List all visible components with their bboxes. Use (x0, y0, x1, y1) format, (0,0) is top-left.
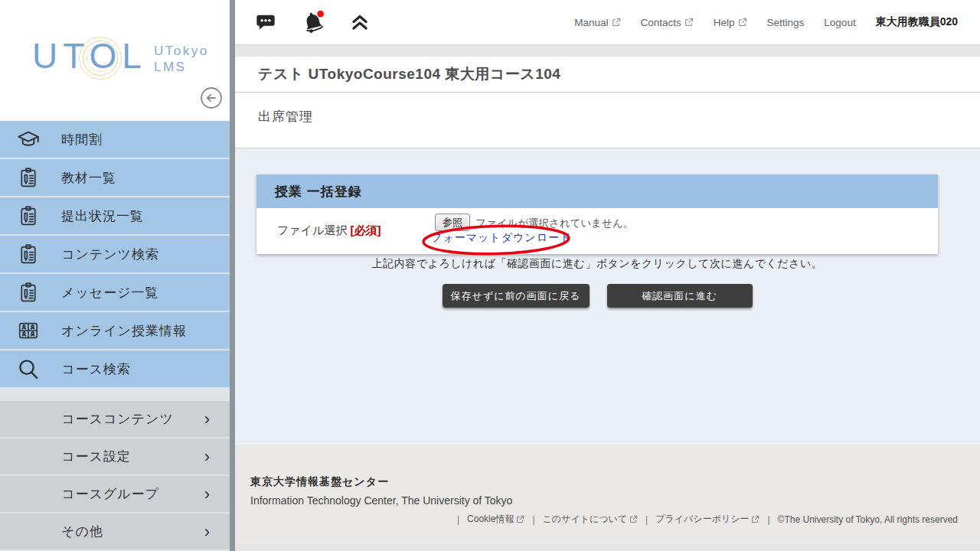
contacts-link[interactable]: Contacts (641, 17, 694, 28)
proceed-to-confirm-button[interactable]: 確認画面に進む (607, 284, 753, 308)
sidebar-item-label: コース検索 (61, 360, 131, 378)
sidebar-item-label: 提出状況一覧 (61, 207, 144, 225)
topbar: Manual Contacts Help (235, 0, 980, 45)
file-select-label: ファイル選択[必須] (277, 223, 381, 238)
section-title-band: 出席管理 (235, 93, 980, 148)
graduation-cap-icon (15, 126, 41, 152)
clipboard-icon (15, 203, 41, 229)
logo-area: UTOL UTokyo LMS (0, 0, 230, 121)
logout-link[interactable]: Logout (824, 17, 855, 28)
sidebar-item-submission-status[interactable]: 提出状況一覧 (0, 197, 230, 234)
utol-logo: UTOL (32, 35, 147, 77)
sidebar-item-label: その他 (61, 523, 204, 540)
file-browse-button[interactable]: 参照 (435, 214, 470, 231)
messages-icon[interactable] (255, 11, 276, 33)
sidebar-divider (230, 0, 235, 551)
sidebar-main-menu: 時間割 教材一覧 提出状況一覧 (0, 121, 230, 389)
back-without-save-button[interactable]: 保存せずに前の画面に戻る (443, 284, 590, 308)
chevron-right-icon: › (204, 486, 210, 503)
online-class-grid-icon (15, 318, 41, 344)
course-title-band: テスト UTokyoCourse104 東大用コース104 (235, 57, 980, 93)
sidebar-item-online-class-info[interactable]: オンライン授業情報 (0, 312, 230, 349)
sidebar-item-label: コースコンテンツ (61, 410, 204, 428)
sidebar-section-gap (0, 389, 230, 401)
sidebar-item-label: 時間割 (61, 131, 103, 148)
clipboard-icon (15, 241, 41, 267)
sidebar-item-materials[interactable]: 教材一覧 (0, 159, 230, 196)
sidebar-item-messages[interactable]: メッセージ一覧 (0, 274, 230, 311)
copyright-text: ©The University of Tokyo, All rights res… (778, 514, 958, 525)
confirm-instruction-text: 上記内容でよろしければ「確認画面に進む」ボタンをクリックして次に進んでください。 (256, 257, 938, 271)
required-badge: [必須] (350, 223, 381, 236)
footer: 東京大学情報基盤センター Information Technology Cent… (235, 445, 980, 544)
sidebar-item-content-search[interactable]: コンテンツ検索 (0, 236, 230, 272)
sidebar-item-label: コースグループ (61, 485, 204, 503)
clipboard-icon (15, 165, 41, 191)
format-download-link[interactable]: フォーマットダウンロード (431, 231, 571, 245)
sidebar-item-course-search[interactable]: コース検索 (0, 350, 230, 387)
external-link-icon (751, 515, 760, 523)
username: 東大用教職員020 (876, 15, 958, 29)
external-link-icon (516, 515, 524, 523)
external-link-icon (629, 515, 638, 523)
sidebar-item-label: オンライン授業情報 (61, 322, 187, 340)
content-area: 授業 一括登録 ファイル選択[必須] 参照 ファイルが選択されていません。 フォ… (235, 148, 980, 445)
section-title: 出席管理 (258, 108, 313, 126)
sidebar-collapse-button[interactable] (200, 86, 223, 109)
sidebar-item-others[interactable]: その他 › (0, 514, 230, 549)
external-link-icon (738, 18, 747, 27)
manual-link[interactable]: Manual (574, 17, 620, 28)
bulk-register-panel: 授業 一括登録 ファイル選択[必須] 参照 ファイルが選択されていません。 フォ… (256, 174, 938, 254)
privacy-policy-link[interactable]: プライバシーポリシー (655, 513, 760, 526)
sidebar-course-menu: コースコンテンツ › コース設定 › コースグループ › その他 › (0, 401, 230, 551)
external-link-icon (612, 18, 621, 27)
sidebar: UTOL UTokyo LMS 時間割 (0, 0, 230, 551)
notification-badge (317, 11, 324, 18)
panel-header: 授業 一括登録 (256, 174, 938, 208)
sidebar-item-label: コース設定 (61, 448, 204, 465)
chevron-right-icon: › (204, 448, 210, 465)
course-title: テスト UTokyoCourse104 東大用コース104 (258, 64, 560, 84)
footer-org-jp: 東京大学情報基盤センター (250, 475, 958, 489)
arrow-left-circle-icon (200, 86, 223, 109)
chevron-right-icon: › (204, 411, 210, 428)
logo-subtitle: UTokyo LMS (154, 43, 209, 75)
notifications-bell-icon[interactable] (299, 8, 327, 36)
sidebar-item-label: 教材一覧 (61, 169, 116, 187)
action-buttons: 保存せずに前の画面に戻る 確認画面に進む (256, 284, 938, 308)
sidebar-item-timetable[interactable]: 時間割 (0, 121, 230, 158)
cookie-info-link[interactable]: Cookie情報 (467, 513, 524, 526)
about-site-link[interactable]: このサイトについて (543, 513, 639, 526)
footer-org-en: Information Technology Center, The Unive… (250, 494, 958, 507)
collapse-up-icon[interactable] (350, 11, 370, 33)
help-link[interactable]: Help (714, 17, 747, 28)
sidebar-item-course-contents[interactable]: コースコンテンツ › (0, 401, 230, 437)
magnifier-icon (15, 356, 41, 382)
main-area: Manual Contacts Help (235, 0, 980, 551)
settings-link[interactable]: Settings (767, 17, 805, 28)
external-link-icon (684, 18, 694, 27)
no-file-selected-text: ファイルが選択されていません。 (475, 217, 633, 230)
sidebar-item-label: メッセージ一覧 (61, 284, 159, 302)
panel-body: ファイル選択[必須] 参照 ファイルが選択されていません。 フォーマットダウンロ… (256, 208, 938, 254)
sidebar-item-label: コンテンツ検索 (61, 246, 159, 263)
topbar-links: Manual Contacts Help (574, 15, 980, 29)
sidebar-item-course-settings[interactable]: コース設定 › (0, 439, 230, 474)
footer-links: | Cookie情報 | このサイトについて (250, 513, 958, 526)
sidebar-item-course-group[interactable]: コースグループ › (0, 476, 230, 512)
clipboard-icon (15, 279, 41, 305)
chevron-right-icon: › (204, 523, 210, 540)
